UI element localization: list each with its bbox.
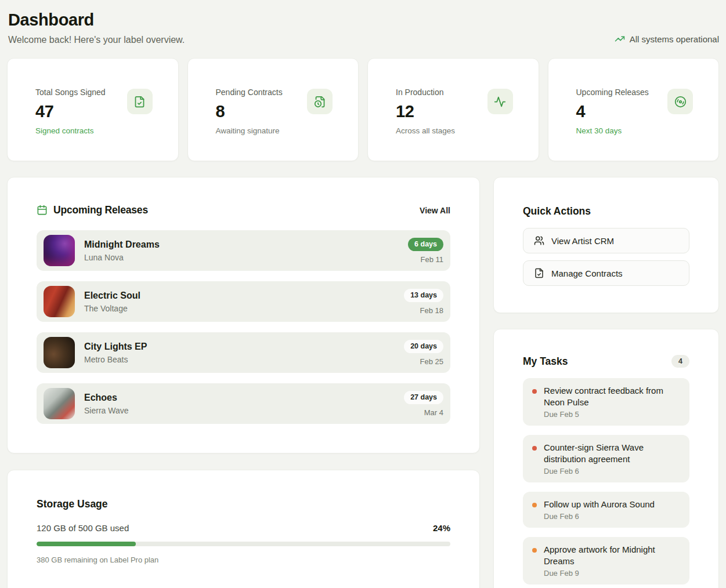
release-artwork: [44, 337, 75, 368]
quick-actions-title: Quick Actions: [523, 205, 689, 217]
task-priority-dot: [532, 446, 537, 451]
release-row[interactable]: Electric Soul The Voltage 13 days Feb 18: [37, 281, 450, 322]
task-body: Follow up with Aurora Sound Due Feb 6: [544, 499, 655, 521]
stat-subtext: Across all stages: [396, 126, 455, 135]
release-info: City Lights EP Metro Beats: [84, 342, 395, 364]
task-text: Review contract feedback from Neon Pulse: [544, 385, 680, 408]
upcoming-releases-panel: Upcoming Releases View All Midnight Drea…: [7, 177, 480, 453]
release-row[interactable]: Midnight Dreams Luna Nova 6 days Feb 11: [37, 230, 450, 271]
release-info: Midnight Dreams Luna Nova: [84, 239, 399, 262]
release-title: Midnight Dreams: [84, 239, 399, 250]
right-column: Quick Actions View Artist CRM Manage Con…: [493, 177, 719, 588]
quick-action-label: Manage Contracts: [551, 268, 623, 278]
view-all-link[interactable]: View All: [420, 206, 450, 215]
release-title: City Lights EP: [84, 342, 395, 352]
stat-label: In Production: [396, 88, 455, 97]
task-priority-dot: [532, 548, 537, 553]
stat-label: Total Songs Signed: [35, 88, 106, 97]
releases-panel-title: Upcoming Releases: [53, 204, 148, 216]
release-info: Electric Soul The Voltage: [84, 291, 395, 313]
file-check-icon: [534, 268, 544, 278]
page-subtitle: Welcome back! Here's your label overview…: [7, 34, 719, 46]
stat-label: Pending Contracts: [216, 88, 283, 97]
task-priority-dot: [532, 503, 537, 507]
task-due-date: Due Feb 6: [544, 467, 680, 476]
task-body: Counter-sign Sierra Wave distribution ag…: [544, 442, 680, 476]
stat-subtext: Awaiting signature: [216, 126, 283, 135]
release-days-badge: 20 days: [404, 340, 443, 353]
release-date: Mar 4: [404, 408, 443, 417]
release-date: Feb 18: [404, 306, 443, 315]
task-item[interactable]: Counter-sign Sierra Wave distribution ag…: [523, 435, 689, 482]
release-title: Echoes: [84, 393, 395, 403]
tasks-title: My Tasks: [523, 355, 568, 368]
task-text: Approve artwork for Midnight Dreams: [544, 544, 680, 567]
trending-up-icon: [615, 34, 625, 44]
quick-action-button[interactable]: Manage Contracts: [523, 260, 689, 286]
task-item[interactable]: Review contract feedback from Neon Pulse…: [523, 378, 689, 426]
stat-label: Upcoming Releases: [576, 88, 649, 97]
task-text: Counter-sign Sierra Wave distribution ag…: [544, 442, 680, 465]
task-due-date: Due Feb 9: [544, 569, 680, 578]
task-body: Review contract feedback from Neon Pulse…: [544, 385, 680, 419]
page-header: Dashboard Welcome back! Here's your labe…: [7, 8, 719, 46]
stat-subtext: Next 30 days: [576, 126, 649, 135]
stat-subtext: Signed contracts: [35, 126, 106, 135]
stat-card: Pending Contracts 8 Awaiting signature: [187, 58, 359, 161]
stat-content: Upcoming Releases 4 Next 30 days: [576, 88, 649, 134]
storage-progress-track: [37, 542, 450, 546]
quick-action-button[interactable]: View Artist CRM: [523, 228, 689, 253]
release-artist: Sierra Wave: [84, 406, 395, 415]
tasks-list: Review contract feedback from Neon Pulse…: [523, 378, 689, 585]
release-artist: The Voltage: [84, 304, 395, 313]
task-item[interactable]: Approve artwork for Midnight Dreams Due …: [523, 537, 689, 585]
stats-grid: Total Songs Signed 47 Signed contracts P…: [7, 58, 719, 161]
task-body: Approve artwork for Midnight Dreams Due …: [544, 544, 680, 578]
stat-icon-tile: [487, 89, 513, 114]
task-due-date: Due Feb 6: [544, 512, 655, 521]
stat-value: 12: [396, 102, 455, 121]
release-title: Electric Soul: [84, 291, 395, 301]
disc-icon: [674, 96, 687, 108]
calendar-icon: [37, 205, 48, 216]
task-item[interactable]: Follow up with Aurora Sound Due Feb 6: [523, 492, 689, 528]
stat-content: Pending Contracts 8 Awaiting signature: [216, 88, 283, 134]
release-days-badge: 6 days: [408, 238, 443, 251]
stat-content: In Production 12 Across all stages: [396, 88, 455, 134]
releases-title-wrap: Upcoming Releases: [37, 204, 148, 216]
release-date: Feb 11: [408, 255, 443, 264]
release-artist: Luna Nova: [84, 253, 399, 262]
left-column: Upcoming Releases View All Midnight Drea…: [7, 177, 480, 588]
release-row[interactable]: City Lights EP Metro Beats 20 days Feb 2…: [37, 332, 450, 373]
storage-title: Storage Usage: [37, 498, 450, 510]
stat-icon-tile: [667, 89, 693, 114]
tasks-header: My Tasks 4: [523, 355, 689, 368]
release-artist: Metro Beats: [84, 355, 395, 364]
stat-value: 47: [35, 102, 106, 121]
release-meta: 13 days Feb 18: [404, 289, 443, 315]
release-artwork: [44, 286, 75, 317]
release-row[interactable]: Echoes Sierra Wave 27 days Mar 4: [37, 383, 450, 424]
release-meta: 20 days Feb 25: [404, 340, 443, 366]
quick-actions-panel: Quick Actions View Artist CRM Manage Con…: [493, 177, 719, 313]
stat-value: 8: [216, 102, 283, 121]
storage-percent: 24%: [433, 523, 450, 533]
release-info: Echoes Sierra Wave: [84, 393, 395, 415]
dashboard-page: Dashboard Welcome back! Here's your labe…: [0, 0, 726, 588]
task-priority-dot: [532, 389, 537, 394]
task-text: Follow up with Aurora Sound: [544, 499, 655, 510]
main-content: Upcoming Releases View All Midnight Drea…: [7, 177, 719, 588]
release-artwork: [44, 235, 75, 266]
tasks-count-badge: 4: [671, 355, 689, 368]
releases-panel-header: Upcoming Releases View All: [37, 204, 450, 216]
storage-progress-fill: [37, 542, 136, 546]
storage-usage-panel: Storage Usage 120 GB of 500 GB used 24% …: [7, 470, 480, 588]
storage-row: 120 GB of 500 GB used 24%: [37, 523, 450, 533]
stat-card: Upcoming Releases 4 Next 30 days: [548, 58, 720, 161]
release-meta: 27 days Mar 4: [404, 391, 443, 417]
my-tasks-panel: My Tasks 4 Review contract feedback from…: [493, 329, 719, 588]
release-days-badge: 27 days: [404, 391, 443, 404]
system-status-label: All systems operational: [630, 34, 719, 44]
release-meta: 6 days Feb 11: [408, 238, 443, 264]
release-artwork: [44, 388, 75, 419]
